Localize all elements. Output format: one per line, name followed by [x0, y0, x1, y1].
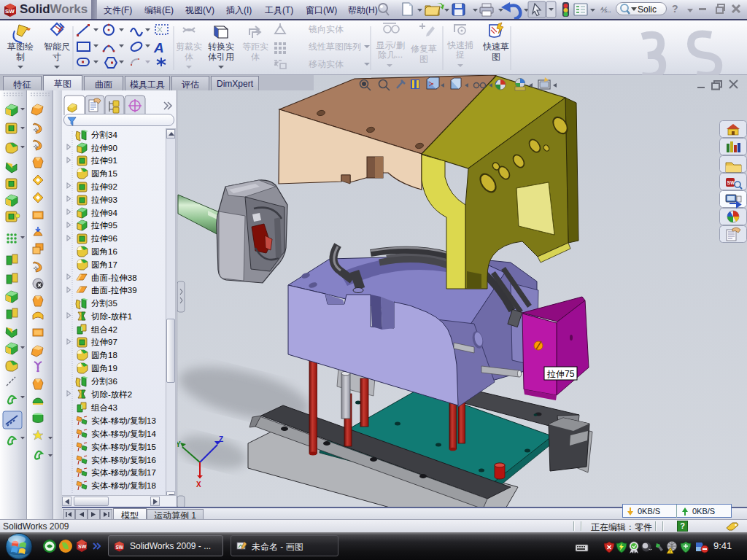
svg-text:快速草: 快速草 — [482, 42, 509, 52]
svg-text:⅍..: ⅍.. — [600, 6, 611, 14]
svg-text:镜向实体: 镜向实体 — [308, 24, 344, 34]
svg-text:修复草: 修复草 — [411, 44, 437, 54]
svg-text:拉伸94: 拉伸94 — [90, 209, 117, 217]
svg-text:Y: Y — [177, 440, 181, 448]
svg-text:圆角19: 圆角19 — [91, 364, 117, 373]
svg-text:分割35: 分割35 — [91, 299, 117, 308]
svg-text:体: 体 — [185, 52, 193, 62]
svg-text:体引用: 体引用 — [208, 52, 234, 62]
svg-text:圆角16: 圆角16 — [91, 247, 117, 256]
svg-text:拉伸92: 拉伸92 — [90, 182, 117, 191]
svg-text:X: X — [196, 481, 201, 489]
svg-text:拉伸75: 拉伸75 — [546, 369, 575, 379]
svg-text:拉伸91: 拉伸91 — [90, 156, 117, 165]
svg-text:切除-放样1: 切除-放样1 — [91, 312, 132, 321]
svg-text:圆角18: 圆角18 — [91, 351, 117, 359]
svg-text:制: 制 — [16, 52, 25, 62]
svg-text:拉伸90: 拉伸90 — [90, 144, 117, 152]
svg-text:实体-移动/复制17: 实体-移动/复制17 — [91, 468, 156, 477]
svg-text:剪裁实: 剪裁实 — [176, 42, 202, 52]
svg-text:实体-移动/复制13: 实体-移动/复制13 — [91, 416, 156, 425]
svg-text:图: 图 — [419, 54, 428, 64]
svg-text:寸: 寸 — [53, 52, 61, 62]
svg-text:分割34: 分割34 — [91, 131, 117, 139]
svg-text:圆角17: 圆角17 — [91, 260, 117, 269]
svg-text:图: 图 — [492, 52, 500, 62]
svg-text:智能尺: 智能尺 — [44, 42, 70, 52]
svg-text:拉伸97: 拉伸97 — [90, 338, 117, 346]
svg-text:SW: SW — [78, 544, 87, 549]
svg-text:组合42: 组合42 — [91, 325, 117, 334]
svg-text:拉伸95: 拉伸95 — [90, 221, 117, 230]
svg-text:捉: 捉 — [455, 50, 465, 60]
svg-text:实体-移动/复制15: 实体-移动/复制15 — [91, 443, 156, 451]
svg-text:!: ! — [670, 549, 671, 553]
svg-text:拉伸96: 拉伸96 — [90, 234, 117, 243]
svg-text:线性草图阵列: 线性草图阵列 — [309, 42, 361, 52]
svg-text:切除-放样2: 切除-放样2 — [91, 390, 132, 399]
svg-text:曲面-拉伸38: 曲面-拉伸38 — [91, 273, 137, 282]
svg-text:A: A — [153, 40, 164, 55]
svg-text:实体-移动/复制18: 实体-移动/复制18 — [91, 481, 156, 490]
svg-text:实体-移动/复制14: 实体-移动/复制14 — [91, 429, 156, 438]
svg-text:组合43: 组合43 — [91, 403, 117, 412]
svg-text:等距实: 等距实 — [242, 42, 268, 52]
svg-text:快速捕: 快速捕 — [446, 40, 473, 50]
svg-text:SW: SW — [5, 8, 15, 15]
svg-text:Z: Z — [219, 435, 223, 443]
svg-text:体: 体 — [251, 52, 260, 62]
svg-text:圆角15: 圆角15 — [91, 169, 117, 178]
svg-text:曲面-拉伸39: 曲面-拉伸39 — [91, 286, 137, 295]
svg-text:分割36: 分割36 — [91, 377, 117, 386]
svg-text:草图绘: 草图绘 — [7, 42, 34, 52]
svg-text:拉伸93: 拉伸93 — [90, 195, 117, 204]
svg-text:移动实体: 移动实体 — [309, 59, 344, 69]
svg-text:除几...: 除几... — [378, 50, 403, 60]
svg-text:SW: SW — [116, 545, 124, 550]
svg-text:转换实: 转换实 — [208, 42, 234, 52]
svg-text:实体-移动/复制16: 实体-移动/复制16 — [91, 456, 156, 464]
svg-text:显示/删: 显示/删 — [376, 40, 404, 50]
